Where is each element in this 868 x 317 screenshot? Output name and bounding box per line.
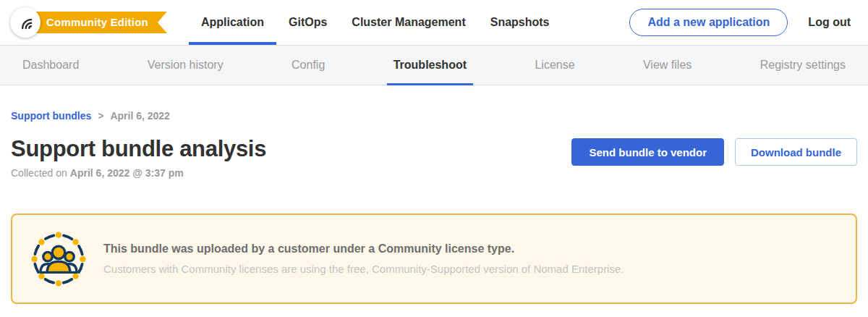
- title-block: Support bundle analysis Collected onApri…: [11, 136, 266, 179]
- topnav-right: Add a new application Log out: [629, 9, 851, 36]
- primary-nav: Application GitOps Cluster Management Sn…: [189, 0, 562, 45]
- replicated-logo-icon[interactable]: [10, 7, 41, 38]
- community-license-banner: This bundle was uploaded by a customer u…: [11, 214, 857, 304]
- brand: Community Edition: [10, 7, 167, 38]
- add-new-application-button[interactable]: Add a new application: [629, 9, 788, 36]
- subnav-item-version-history[interactable]: Version history: [141, 46, 230, 85]
- bundle-actions: Send bundle to vendor Download bundle: [571, 136, 857, 166]
- breadcrumb-separator: >: [98, 110, 103, 122]
- collected-on-text: Collected onApril 6, 2022 @ 3:37 pm: [11, 167, 266, 179]
- breadcrumb: Support bundles > April 6, 2022: [11, 110, 857, 122]
- nav-tab-snapshots[interactable]: Snapshots: [478, 0, 562, 45]
- download-bundle-button[interactable]: Download bundle: [735, 138, 857, 166]
- community-license-icon: [30, 230, 88, 288]
- breadcrumb-support-bundles-link[interactable]: Support bundles: [11, 110, 91, 122]
- subnav-item-registry-settings[interactable]: Registry settings: [754, 46, 852, 85]
- subnav-item-view-files[interactable]: View files: [637, 46, 698, 85]
- collected-prefix: Collected on: [11, 167, 67, 179]
- banner-text: This bundle was uploaded by a customer u…: [103, 242, 624, 275]
- subnav-item-license[interactable]: License: [528, 46, 581, 85]
- breadcrumb-current: April 6, 2022: [110, 110, 170, 122]
- title-row: Support bundle analysis Collected onApri…: [11, 136, 857, 179]
- app-subnav: Dashboard Version history Config Trouble…: [0, 45, 868, 85]
- banner-subtext: Customers with Community licenses are us…: [103, 263, 624, 275]
- nav-tab-cluster-management[interactable]: Cluster Management: [339, 0, 477, 45]
- send-bundle-to-vendor-button[interactable]: Send bundle to vendor: [571, 138, 724, 166]
- subnav-item-config[interactable]: Config: [285, 46, 331, 85]
- top-navbar: Community Edition Application GitOps Clu…: [0, 0, 868, 45]
- community-edition-badge: Community Edition: [30, 12, 167, 33]
- main-content: Support bundles > April 6, 2022 Support …: [0, 110, 868, 304]
- collected-date: April 6, 2022 @ 3:37 pm: [70, 167, 184, 179]
- log-out-link[interactable]: Log out: [808, 16, 851, 29]
- subnav-item-dashboard[interactable]: Dashboard: [16, 46, 85, 85]
- subnav-item-troubleshoot[interactable]: Troubleshoot: [387, 46, 473, 85]
- nav-tab-gitops[interactable]: GitOps: [276, 0, 339, 45]
- banner-heading: This bundle was uploaded by a customer u…: [103, 242, 624, 255]
- nav-tab-application[interactable]: Application: [189, 0, 276, 45]
- page-title: Support bundle analysis: [11, 136, 266, 162]
